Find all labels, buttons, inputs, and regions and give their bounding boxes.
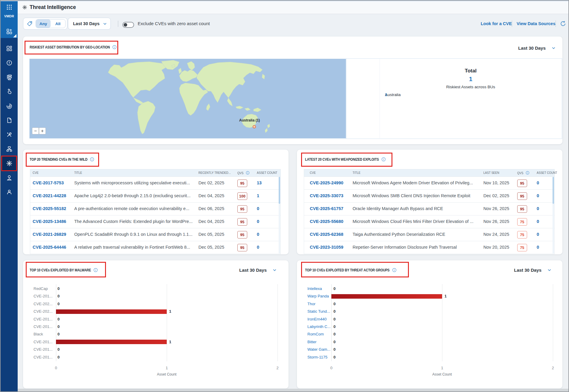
cell-assets[interactable]: 0 [257, 232, 259, 237]
cell-cve[interactable]: CVE-2021-44228 [33, 193, 66, 198]
cell-assets[interactable]: 0 [537, 219, 539, 224]
link-divider [556, 20, 556, 27]
page-title: Threat Intelligence [30, 4, 76, 10]
cell-assets[interactable]: 0 [257, 219, 259, 224]
column-header[interactable]: QVS [517, 171, 529, 175]
cell-date: Dec 05, 2025 [198, 232, 224, 237]
cell-assets[interactable]: 13 [257, 180, 262, 185]
all-button[interactable]: All [51, 19, 65, 28]
x-tick-label: 2 [552, 366, 554, 370]
sidebar-expand-arrow[interactable] [13, 34, 16, 37]
map-zoom-in-button[interactable]: + [39, 127, 46, 134]
chart-category-label[interactable]: Labyrinth C... [307, 324, 330, 329]
cell-cve[interactable]: CVE-2017-5753 [33, 180, 64, 185]
any-button[interactable]: Any [36, 19, 51, 28]
sidebar-item-tools-icon[interactable] [1, 128, 18, 141]
cell-date: Nov 20, 2025 [483, 245, 509, 250]
sidebar-item-lab-icon[interactable] [1, 171, 18, 184]
cell-cve[interactable]: CVE-2023-31059 [310, 245, 343, 250]
world-map[interactable]: Australia (1) − + [29, 59, 346, 139]
column-header[interactable]: CVE [310, 171, 317, 174]
map-marker[interactable] [253, 125, 256, 128]
sidebar-item-workflow-icon[interactable] [1, 71, 18, 84]
chart-bar[interactable] [56, 309, 167, 314]
chart-category-label[interactable]: Intellexa [307, 286, 322, 291]
x-axis-label: Asset Count [432, 372, 452, 376]
cell-cve[interactable]: CVE-2025-33073 [310, 193, 343, 198]
chart-category-label: CVE-201... [34, 347, 53, 352]
column-header[interactable]: TITLE [353, 171, 362, 174]
cell-assets[interactable]: 1 [257, 193, 259, 198]
chart-value-label: 0 [57, 332, 60, 336]
cell-title: Microsoft Windows Agere Modem Driver Ele… [353, 180, 473, 185]
chart-category-label: CVE-201... [34, 340, 53, 344]
column-header[interactable]: QVS [237, 171, 250, 175]
cell-date: Nov 26, 2025 [483, 206, 509, 211]
chart-category-label[interactable]: Bitter [307, 340, 316, 344]
map-country-label: Australia (1) [239, 118, 260, 122]
geo-time-range-dropdown[interactable]: Last 30 Days [518, 45, 556, 51]
cell-assets[interactable]: 0 [537, 206, 539, 211]
actors-chart-card: TOP 10 CVEs EXPLOITED BY THREAT ACTOR GR… [297, 260, 562, 388]
column-header[interactable]: LAST SEEN [483, 171, 502, 174]
chart-value-label: 1 [444, 294, 447, 298]
view-data-sources-link[interactable]: View Data Sources [517, 21, 556, 26]
sidebar-item-radar-icon[interactable] [1, 99, 18, 113]
cell-assets[interactable]: 0 [257, 245, 259, 250]
cell-cve[interactable]: CVE-2025-13486 [33, 219, 66, 224]
sidebar-item-history-icon[interactable] [1, 56, 18, 69]
chart-category-label[interactable]: RomCom [307, 332, 324, 336]
cell-cve[interactable]: CVE-2025-64446 [33, 245, 66, 250]
sidebar-item-dashboards[interactable] [1, 42, 18, 55]
table-scrollbar[interactable] [279, 177, 280, 253]
annotation-box-trending-title [26, 153, 99, 167]
sidebar-item-network-icon[interactable] [1, 142, 18, 156]
cell-cve[interactable]: CVE-2025-55182 [33, 206, 66, 211]
chart-category-label: RedCap [34, 286, 48, 291]
qvs-badge: 100 [237, 192, 247, 200]
cell-assets[interactable]: 0 [537, 193, 539, 198]
chart-category-label[interactable]: Warp Panda [307, 294, 329, 298]
weaponized-cves-card: LATEST 20 CVEs WITH WEAPONIZED EXPLOITS … [297, 150, 562, 254]
column-header[interactable]: CVE [33, 171, 40, 174]
chart-category-label[interactable]: Thor [307, 302, 315, 306]
qvs-badge: 75 [517, 244, 527, 251]
annotation-box-malware-title [26, 262, 106, 277]
column-header[interactable]: RECENTLY TRENDED... [198, 171, 237, 174]
cell-cve[interactable]: CVE-2025-61757 [310, 206, 343, 211]
cell-assets[interactable]: 0 [257, 206, 259, 211]
exclude-zero-assets-toggle[interactable] [122, 22, 134, 28]
y-axis [56, 284, 56, 361]
cell-assets[interactable]: 0 [537, 180, 539, 185]
chart-bar[interactable] [56, 340, 167, 344]
chart-category-label[interactable]: Water Gam... [307, 347, 330, 352]
refresh-icon[interactable] [560, 20, 566, 28]
column-header[interactable]: ASSET COUNT [537, 171, 561, 174]
horizontal-scrollbar[interactable] [18, 389, 568, 391]
cell-cve[interactable]: CVE-2025-62368 [310, 232, 343, 237]
cell-assets[interactable]: 0 [537, 245, 539, 250]
sidebar-item-user-icon[interactable] [1, 186, 18, 199]
sidebar-item-touch-icon[interactable] [1, 85, 18, 98]
map-zoom-out-button[interactable]: − [32, 127, 39, 134]
cell-cve[interactable]: CVE-2025-24990 [310, 180, 343, 185]
time-range-dropdown[interactable]: Last 30 Days [68, 18, 111, 30]
vmdr-product-label[interactable]: VMDR [1, 14, 18, 18]
column-header[interactable]: TITLE [74, 171, 84, 174]
column-header[interactable]: ASSET COUNT [257, 171, 281, 174]
cell-assets[interactable]: 0 [537, 232, 539, 237]
toolbar-divider [118, 21, 118, 27]
chart-category-label[interactable]: Static Tund... [307, 309, 330, 314]
sidebar-item-document-icon[interactable] [1, 114, 18, 127]
geo-country-row[interactable]: Australia 1 [385, 92, 555, 97]
cell-cve[interactable]: CVE-2021-26829 [33, 232, 66, 237]
apps-grid-icon[interactable] [1, 1, 18, 14]
look-for-cve-link[interactable]: Look for a CVE [481, 21, 512, 26]
table-scrollbar[interactable] [553, 177, 554, 253]
cell-cve[interactable]: CVE-2025-55680 [310, 219, 343, 224]
chart-category-label: CVE-202... [34, 309, 53, 314]
chart-category-label[interactable]: Storm-1175 [307, 355, 327, 359]
chart-value-label: 0 [333, 340, 336, 344]
chart-bar[interactable] [331, 294, 442, 299]
chart-category-label[interactable]: IronErn440 [307, 317, 327, 321]
